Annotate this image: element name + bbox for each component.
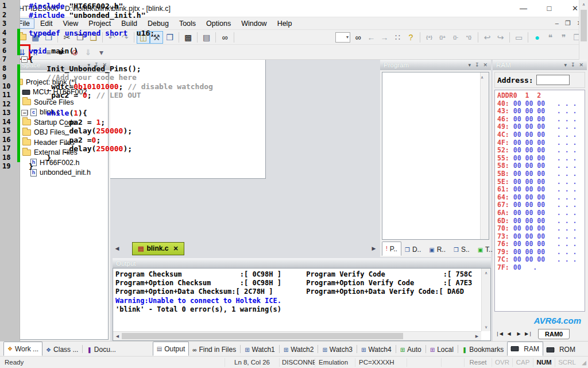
tab-watch2[interactable]: ⊞Watch2 [280, 343, 318, 356]
ram-row[interactable]: 70: 00 00 00 . . . [497, 225, 585, 233]
code-editor[interactable]: 1#include "HT66F002.h"2#include "unbonde… [0, 0, 266, 179]
tab-watch1[interactable]: ⊞Watch1 [241, 343, 278, 356]
tab-divider [425, 345, 426, 353]
scroll-left-icon[interactable]: ◀ [113, 334, 122, 339]
tab-watch3[interactable]: ⊞Watch3 [319, 343, 356, 356]
ram-address-input[interactable] [536, 75, 570, 85]
output-vscrollbar[interactable]: ∧ ∨ [481, 269, 490, 331]
scroll-up-icon[interactable]: ∧ [481, 75, 483, 79]
tab-data[interactable]: ❒D.. [401, 243, 424, 256]
status-ovr[interactable]: OVR [492, 358, 512, 367]
ram-row[interactable]: 58: 00 00 00 . . . [497, 162, 585, 170]
code-text: void main() [29, 47, 579, 56]
tab-blink-c[interactable]: ▤ blink.c ✕ [132, 242, 184, 255]
ram-page-tab[interactable]: RAM0 [538, 329, 570, 339]
status-pc: PC=XXXXH [355, 358, 407, 367]
panel-pin-icon[interactable]: ↧ [571, 62, 575, 68]
ram-row[interactable]: 46: 00 00 00 . . . [497, 116, 585, 124]
line-number: 5 [0, 37, 17, 47]
program-vscrollbar[interactable]: ∧ [480, 72, 489, 239]
tab-divider [82, 345, 83, 353]
change-bar [17, 82, 20, 91]
tab-output[interactable]: ▤Output [153, 342, 189, 356]
output-content[interactable]: Program Checksum :[ 0C98H ] Program Veri… [113, 268, 491, 341]
ram-row[interactable]: 76: 00 00 00 . . . [497, 240, 585, 248]
tab-bookmarks[interactable]: ❚Bookmarks [459, 343, 507, 356]
scroll-down-icon[interactable]: ∨ [482, 323, 490, 331]
output-hscrollbar[interactable]: ◀ ▶ [113, 331, 481, 340]
status-num[interactable]: NUM [533, 358, 555, 367]
tab-scroll-left-icon[interactable]: ◀ [113, 246, 122, 251]
fold-column [20, 73, 29, 82]
panel-close-icon[interactable]: ✕ [483, 62, 488, 68]
status-reset[interactable]: Reset [464, 358, 492, 367]
status-mode: Emulation [315, 358, 355, 367]
first-page-icon[interactable]: ❘◀ [494, 331, 504, 336]
scroll-right-icon[interactable]: ▶ [473, 334, 481, 339]
tab-auto[interactable]: ⊞Auto [397, 343, 425, 356]
tab-workspace[interactable]: ❖Work ... [3, 342, 42, 356]
change-bar [17, 100, 20, 109]
ram-row[interactable]: 64: 00 00 00 . . . [497, 194, 585, 202]
ram-row[interactable]: 7C: 00 00 00 . . . [497, 256, 585, 264]
tab-find-in-files[interactable]: ∞Find in Files [189, 343, 239, 356]
ram-row[interactable]: 6D: 00 00 00 . . . [497, 217, 585, 225]
fold-toggle-icon[interactable]: − [21, 56, 28, 63]
close-tab-icon[interactable]: ✕ [173, 245, 178, 252]
panel-close-icon[interactable]: ✕ [579, 62, 583, 68]
tab-program[interactable]: !P.. [382, 241, 401, 256]
fold-column [20, 29, 29, 38]
line-number: 8 [0, 64, 17, 74]
output-lines: Program Checksum :[ 0C98H ] Program Veri… [115, 270, 481, 331]
last-page-icon[interactable]: ▶❘ [524, 331, 533, 336]
change-bar [17, 11, 20, 20]
tab-divider [279, 345, 280, 353]
tab-icon: ❚ [462, 347, 467, 353]
tab-icon: ❚ [87, 347, 91, 353]
status-cap[interactable]: CAP [512, 358, 533, 367]
panel-pin-icon[interactable]: ↧ [475, 62, 479, 68]
tab-rom[interactable]: ROM [543, 343, 579, 356]
next-page-icon[interactable]: ▶ [514, 331, 524, 336]
ram-row[interactable]: 61: 00 00 00 . . . [497, 186, 585, 194]
ram-row[interactable]: 4F: 00 00 00 . . . [497, 139, 585, 147]
tab-register[interactable]: ▣R.. [425, 243, 449, 256]
ram-row[interactable]: 7F: 00 . [497, 264, 585, 272]
tab-document[interactable]: ❚Docu... [83, 343, 119, 356]
ram-row[interactable]: 5B: 00 00 00 . . . [497, 170, 585, 178]
tab-label: S.. [461, 246, 470, 254]
panel-menu-icon[interactable]: ▾ [468, 62, 471, 68]
change-bar [17, 64, 20, 74]
ram-row[interactable]: 40: 00 00 00 . . . [497, 100, 585, 108]
ram-row[interactable]: 55: 00 00 00 . . . [497, 155, 585, 163]
output-line: 'blink' - Total 0 error(s), 1 warning(s) [115, 305, 481, 314]
ram-row[interactable]: 73: 00 00 00 . . . [497, 233, 585, 241]
tab-ram[interactable]: RAM [507, 342, 543, 356]
ram-row[interactable]: 5E: 00 00 00 . . . [497, 178, 585, 186]
tab-label: P.. [390, 245, 397, 253]
tab-watch4[interactable]: ⊞Watch4 [358, 343, 395, 356]
tab-stack[interactable]: ❒S.. [450, 243, 473, 256]
change-bar [17, 55, 20, 64]
ram-row[interactable]: 4C: 00 00 00 . . . [497, 131, 585, 139]
ram-row[interactable]: 67: 00 00 00 . . . [497, 201, 585, 209]
scroll-up-icon[interactable]: ∧ [482, 269, 490, 277]
scroll-up-icon[interactable]: ∧ [579, 0, 588, 9]
fold-toggle-icon[interactable]: − [21, 110, 28, 116]
scroll-thumb[interactable] [122, 333, 403, 339]
tab-scroll-right-icon[interactable]: ▶ [369, 246, 378, 251]
tab-local[interactable]: ⊞Local [427, 343, 457, 356]
ram-row[interactable]: 49: 00 00 00 . . . [497, 123, 585, 131]
tab-class-view[interactable]: ❖Class ... [42, 343, 82, 356]
code-text: #include "unbonded_init.h" [29, 11, 579, 20]
ram-row[interactable]: 43: 00 00 00 . . . [497, 108, 585, 116]
prev-page-icon[interactable]: ◀ [504, 331, 514, 336]
ram-row[interactable]: 6A: 00 00 00 . . . [497, 209, 585, 217]
scroll-thumb[interactable] [581, 10, 587, 41]
line-number: 10 [0, 82, 17, 91]
ram-row[interactable]: 52: 00 00 00 . . . [497, 147, 585, 155]
ram-row[interactable]: 79: 00 00 00 . . . [497, 248, 585, 256]
status-scrl[interactable]: SCRL [555, 358, 579, 367]
panel-menu-icon[interactable]: ▾ [564, 62, 567, 68]
status-blank2 [441, 358, 464, 367]
